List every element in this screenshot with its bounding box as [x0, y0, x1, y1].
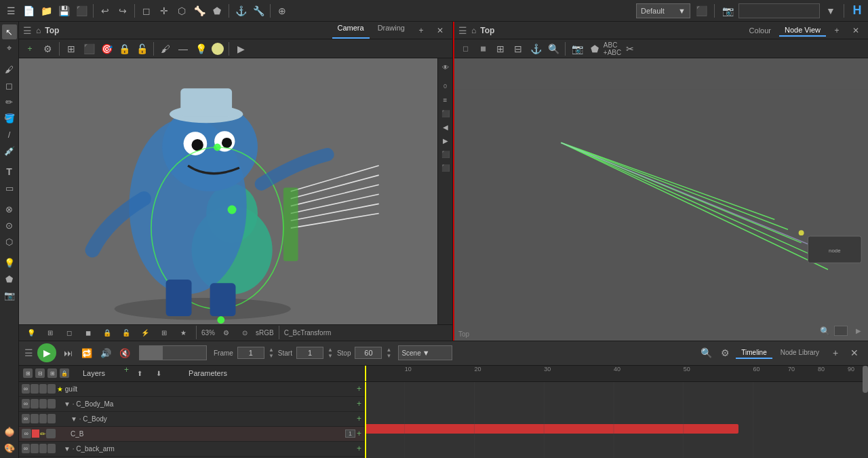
tl-search[interactable]: 🔍 [698, 345, 714, 361]
vp-panel-layers[interactable]: ≡ [439, 94, 452, 106]
rv-node[interactable]: ⬟ [587, 41, 603, 57]
camera-tool[interactable]: 📷 [2, 288, 17, 303]
brush-tool[interactable]: 🖌 [2, 62, 17, 77]
vp-panel-stack3[interactable]: ⬛ [439, 161, 452, 174]
open-icon[interactable]: 📁 [38, 3, 54, 19]
undo-icon[interactable]: ↩ [97, 3, 113, 19]
stop-input[interactable] [355, 347, 382, 359]
harmony-icon[interactable]: H [849, 3, 865, 19]
rv-copy[interactable]: ◻ [457, 41, 473, 57]
layer-vis-ctrl[interactable]: ⊞ [23, 368, 33, 378]
transform-tool2[interactable]: ⬡ [2, 234, 17, 249]
vp-profile-icon[interactable]: ⊙ [237, 324, 253, 341]
layer-vis-ctrl2[interactable]: ⊟ [35, 368, 45, 378]
vp-bottom-star2[interactable]: ★ [175, 324, 191, 341]
vp-panel-stack2[interactable]: ⬛ [439, 148, 452, 160]
onion-tool[interactable]: 🧅 [2, 424, 17, 439]
node-tool2[interactable]: ⬟ [2, 271, 17, 286]
view-dropdown[interactable]: Default ▼ [636, 3, 690, 18]
rv-paste[interactable]: ◼ [475, 41, 491, 57]
vp-bottom-square[interactable]: ◻ [61, 324, 77, 341]
layer-add-0[interactable]: + [357, 384, 361, 394]
contour-tool[interactable]: ⌖ [2, 41, 17, 56]
peg-icon[interactable]: ⚓ [233, 3, 249, 19]
left-viewport-canvas[interactable]: 👁 0 ≡ ⬛ ◀ ▶ ⬛ ⬛ [19, 58, 452, 324]
node-view-canvas[interactable]: node Top 🔍 ▶ [454, 58, 868, 341]
save-icon[interactable]: 💾 [56, 3, 72, 19]
node-icon[interactable]: ⬟ [209, 3, 225, 19]
select-tool[interactable]: ↖ [2, 24, 17, 39]
stroke-btn[interactable]: — [175, 41, 191, 57]
start-down[interactable]: ▼ [328, 353, 333, 359]
pencil-tool[interactable]: ✏ [2, 94, 17, 109]
tl-menu[interactable]: ☰ [24, 347, 33, 358]
vis-2[interactable]: ∞ [22, 414, 30, 423]
layer-row-cb[interactable]: ∞ ✏ C_B 1 + [19, 427, 364, 442]
redo-icon[interactable]: ↪ [115, 3, 131, 19]
node-lib-tab[interactable]: Node Library [775, 347, 825, 359]
scene-selector[interactable]: Scene ▼ [398, 345, 452, 360]
layer-add-3[interactable]: + [357, 429, 361, 438]
add-tool-btn[interactable]: + [22, 41, 38, 57]
vis-0[interactable]: ∞ [22, 384, 30, 394]
rv-connect[interactable]: ✂ [622, 41, 638, 57]
rigging-icon[interactable]: 🔧 [250, 3, 267, 19]
rv-camera[interactable]: 📷 [569, 41, 585, 57]
frame-input[interactable] [237, 347, 264, 359]
node-search-input[interactable] [834, 326, 848, 336]
add-view-btn[interactable]: + [413, 22, 429, 39]
stop-up[interactable]: ▲ [386, 347, 391, 353]
light-tool[interactable]: 💡 [2, 255, 17, 270]
node-expand-btn[interactable]: ▶ [850, 323, 867, 339]
left-vp-home[interactable]: ⌂ [36, 26, 41, 35]
node-search-icon[interactable]: 🔍 [816, 323, 833, 339]
unlock-btn[interactable]: 🔓 [134, 41, 150, 57]
lock-4[interactable] [39, 444, 47, 453]
eyedrop-tool[interactable]: 💉 [2, 143, 17, 158]
timeline-vscroll[interactable] [863, 366, 868, 458]
add-view-btn2[interactable]: + [829, 22, 845, 39]
save-as-icon[interactable]: ⬛ [73, 3, 90, 19]
grid-btn[interactable]: ⊞ [63, 41, 79, 57]
vp-bottom-grid2[interactable]: ⊞ [42, 324, 58, 341]
layer-row-cbody[interactable]: ∞ ▼ · C_Body + [19, 412, 364, 427]
vis-1[interactable]: ∞ [22, 399, 30, 408]
frame-down[interactable]: ▼ [269, 353, 274, 359]
vp-panel-stack1[interactable]: ⬛ [439, 107, 452, 119]
timeline-tab[interactable]: Timeline [736, 347, 772, 359]
vp-bottom-lock3[interactable]: 🔓 [118, 324, 134, 341]
layer-add-2[interactable]: + [357, 414, 361, 423]
vp-settings-btn[interactable]: ⚙ [218, 324, 234, 341]
rv-align[interactable]: ⚓ [528, 41, 544, 57]
vp-bottom-grid3[interactable]: ⊞ [156, 324, 172, 341]
frame-progress-bar[interactable] [139, 345, 207, 360]
transform-icon[interactable]: ✛ [156, 3, 172, 19]
rv-group[interactable]: ⊞ [492, 41, 509, 57]
layer-add-1[interactable]: + [357, 399, 361, 408]
layer-lock-ctrl[interactable]: 🔒 [60, 368, 69, 378]
tl-settings[interactable]: ⚙ [717, 345, 733, 361]
layer-order-btn[interactable]: ⬆ [132, 365, 148, 381]
start-up[interactable]: ▲ [328, 347, 333, 353]
deform-tool2[interactable]: ⊙ [2, 218, 17, 233]
color-tool[interactable]: 🎨 [2, 440, 17, 455]
safe-area-btn[interactable]: ⬛ [81, 41, 97, 57]
bone-tool2[interactable]: ⊗ [2, 202, 17, 216]
rv-ungroup[interactable]: ⊟ [510, 41, 526, 57]
layout-icon[interactable]: ⬛ [693, 3, 709, 19]
right-vp-menu[interactable]: ☰ [458, 25, 467, 36]
deform-icon[interactable]: ⬡ [174, 3, 190, 19]
play-button[interactable]: ▶ [37, 343, 56, 362]
layer-row-guilt[interactable]: ∞ ★ guilt + [19, 382, 364, 397]
rect-tool[interactable]: ▭ [2, 180, 17, 195]
left-vp-menu[interactable]: ☰ [23, 25, 32, 36]
rv-text[interactable]: ABC+ABC [604, 41, 620, 57]
pivot-icon[interactable]: ⊕ [274, 3, 290, 19]
lock-btn[interactable]: 🔒 [116, 41, 132, 57]
lock-1[interactable] [39, 399, 47, 408]
layer-row-cbodyma[interactable]: ∞ ▼ · C_Body_Ma + [19, 397, 364, 412]
layer-vis-ctrl3[interactable]: ⊞ [47, 368, 57, 378]
start-input[interactable] [296, 347, 323, 359]
layer-down-btn[interactable]: ⬇ [151, 365, 167, 381]
vp-bottom-zap[interactable]: ⚡ [137, 324, 153, 341]
